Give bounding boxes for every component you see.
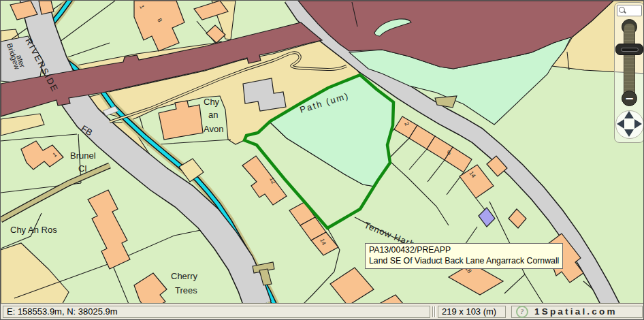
zoom-slider-handle[interactable] [615,44,643,55]
zoom-out-button[interactable]: − [622,91,637,106]
map-extent-readout: 219 x 103 (m) [438,306,506,318]
label-brunel-cl: Cl [78,163,86,174]
label-an: an [208,110,218,120]
label-avon: Avon [204,124,223,134]
pan-control [615,109,643,139]
label-chy: Chy [204,97,220,107]
brand-box: ? 1Spatial.com [511,306,643,318]
pan-left-button[interactable] [617,119,624,129]
map-application: RIVERSIDE Bridgew ater FB Chy an Avon Br… [0,0,644,320]
statusbar-gripper[interactable] [430,306,437,318]
status-bar: E: 158553.9m, N: 38025.9m 219 x 103 (m) … [1,303,644,319]
label-cherry: Cherry [171,271,198,281]
label-chy-an-ros: Chy An Ros [10,225,57,235]
tooltip-description: Land SE Of Viaduct Back Lane Angarrack C… [369,256,559,267]
label-brunel: Brunel [70,150,96,161]
map-viewport[interactable]: RIVERSIDE Bridgew ater FB Chy an Avon Br… [1,1,644,303]
svg-text:6: 6 [447,149,451,156]
map-tooltip: PA13/00432/PREAPP Land SE Of Viaduct Bac… [365,243,563,269]
pan-right-button[interactable] [634,119,642,129]
label-trees: Trees [175,285,197,295]
search-input[interactable] [617,5,642,16]
tooltip-reference: PA13/00432/PREAPP [369,245,559,256]
pan-up-button[interactable] [624,111,634,118]
coordinates-readout: E: 158553.9m, N: 38025.9m [3,306,430,318]
brand-logo: 1Spatial.com [534,306,617,317]
map-controls: + − [614,2,644,143]
search-icon [619,7,625,13]
pan-down-button[interactable] [624,129,634,137]
help-icon[interactable]: ? [516,306,528,318]
